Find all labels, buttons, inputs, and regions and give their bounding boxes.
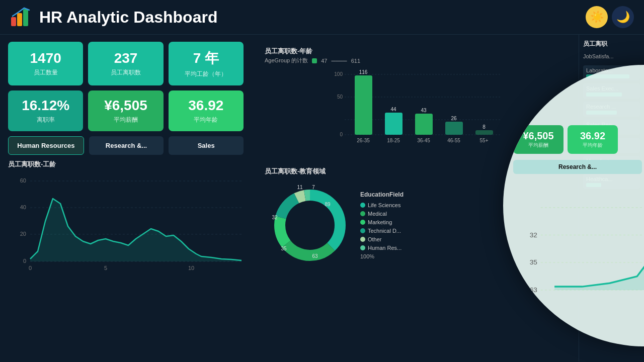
svg-text:55+: 55+	[480, 138, 489, 143]
kpi-avg-age-label: 平均年龄	[175, 116, 237, 124]
kpi-attrition-label: 员工离职数	[94, 68, 157, 77]
kpi-avg-tenure-label: 平均工龄（年）	[175, 70, 237, 78]
svg-text:26-35: 26-35	[357, 138, 370, 143]
main-content: 1470 员工数量 237 员工离职数 7 年 平均工龄（年） 16.12% 离…	[0, 35, 644, 361]
kpi-avg-salary-label: 平均薪酬	[94, 116, 157, 124]
app-logo	[10, 6, 32, 28]
donut-svg-wrap: 89 63 35 32 11 7	[265, 180, 355, 270]
header-actions: ☀️ 🌙	[586, 6, 634, 28]
moon-icon[interactable]: 🌙	[612, 6, 634, 28]
legend-dot-medical	[360, 211, 365, 216]
svg-rect-1	[17, 13, 22, 26]
far-right-title: 员工离职	[583, 40, 640, 48]
header: HR Analytic Dashboard ☀️ 🌙	[0, 0, 644, 35]
svg-text:60: 60	[20, 177, 26, 184]
svg-text:8: 8	[482, 124, 486, 130]
kpi-attrition-value: 237	[94, 50, 157, 66]
svg-text:89: 89	[325, 202, 331, 207]
legend-dot-other	[360, 237, 365, 242]
line-chart-title: 员工离职数-工龄	[8, 160, 244, 169]
dept-filter-row: Human Resources Research &... Sales	[8, 136, 244, 155]
svg-text:20: 20	[20, 231, 26, 237]
zoom-dept-btn-research[interactable]: Research &...	[513, 160, 642, 174]
legend-dot-hr	[360, 245, 365, 250]
svg-text:26: 26	[451, 116, 457, 121]
kpi-avg-salary-value: ¥6,505	[94, 98, 157, 114]
svg-text:11: 11	[297, 185, 303, 190]
zoom-line-svg: 32 35 63	[513, 180, 644, 331]
zoom-line-chart: 32 35 63	[513, 180, 644, 331]
donut-svg: 89 63 35 32 11 7	[265, 180, 355, 270]
kpi-avg-salary: ¥6,505 平均薪酬	[88, 90, 163, 131]
kpi-avg-age-value: 36.92	[175, 98, 237, 114]
svg-marker-56	[554, 228, 644, 290]
zoom-mid-kpi-age: 36.92 平均年龄	[568, 125, 618, 154]
dept-btn-hr[interactable]: Human Resources	[8, 136, 84, 155]
svg-text:5: 5	[104, 265, 107, 271]
svg-text:7: 7	[312, 185, 315, 190]
svg-text:32: 32	[272, 215, 278, 220]
svg-rect-0	[11, 17, 16, 26]
kpi-attrition-rate: 16.12% 离职率	[8, 90, 83, 131]
bar-chart-title: 员工离职数-年龄	[265, 47, 566, 56]
legend-dot-life-sciences	[360, 203, 365, 208]
svg-rect-25	[385, 113, 403, 135]
svg-text:100: 100	[334, 71, 343, 77]
right-section: 员工离职数-年龄 AgeGroup 的计数 47 ──── 611 100	[252, 35, 644, 361]
svg-text:35: 35	[530, 258, 538, 266]
kpi-employee-count: 1470 员工数量	[8, 42, 83, 85]
legend-label-hr: Human Res...	[368, 245, 401, 251]
bar-legend-dot	[312, 58, 317, 63]
svg-text:0: 0	[23, 258, 26, 264]
legend-label-other: Other	[368, 236, 382, 242]
zoom-mid-kpis: ¥6,505 平均薪酬 36.92 平均年龄	[513, 125, 644, 154]
kpi-attrition-count: 237 员工离职数	[88, 42, 163, 85]
far-right-subtitle: JobSatisfa...	[583, 53, 640, 59]
kpi-row-2: 16.12% 离职率 ¥6,505 平均薪酬 36.92 平均年龄	[8, 90, 244, 131]
legend-label-technical: Technical D...	[368, 228, 401, 234]
svg-text:32: 32	[530, 231, 537, 239]
zoom-dept-filter: Research &... Sales	[513, 160, 644, 174]
kpi-avg-tenure: 7 年 平均工龄（年）	[169, 42, 244, 85]
kpi-avg-tenure-value: 7 年	[175, 49, 237, 68]
kpi-attrition-rate-label: 离职率	[14, 116, 77, 124]
zoom-mid-kpi-salary-lbl: 平均薪酬	[520, 142, 556, 149]
svg-rect-22	[355, 75, 372, 135]
left-panel: 1470 员工数量 237 员工离职数 7 年 平均工龄（年） 16.12% 离…	[0, 35, 252, 361]
legend-label-medical: Medical	[368, 211, 387, 217]
kpi-employee-count-label: 员工数量	[14, 68, 77, 77]
svg-text:10: 10	[188, 265, 194, 271]
svg-text:0: 0	[29, 265, 32, 271]
kpi-avg-age: 36.92 平均年龄	[169, 90, 244, 131]
legend-label-life-sciences: Life Sciences	[368, 202, 400, 208]
svg-text:35: 35	[281, 246, 287, 251]
dept-btn-sales[interactable]: Sales	[169, 136, 244, 155]
svg-text:50: 50	[337, 94, 343, 100]
svg-rect-31	[445, 122, 463, 135]
legend-label-marketing: Marketing	[368, 219, 392, 225]
line-chart-svg: 60 40 20 0 0 5 10	[8, 171, 244, 272]
zoom-mid-kpi-age-lbl: 平均年龄	[575, 142, 611, 149]
svg-text:44: 44	[390, 107, 396, 112]
dept-btn-research[interactable]: Research &...	[89, 136, 164, 155]
svg-text:36-45: 36-45	[417, 138, 430, 143]
svg-rect-34	[475, 130, 493, 135]
legend-dot-marketing	[360, 220, 365, 225]
svg-text:0: 0	[340, 132, 343, 137]
kpi-attrition-rate-value: 16.12%	[14, 98, 77, 114]
svg-text:63: 63	[312, 253, 318, 259]
svg-rect-28	[415, 114, 433, 135]
tenure-line-chart: 员工离职数-工龄 60 40 20 0 0 5 10	[8, 160, 244, 354]
bar-chart-subtitle: AgeGroup 的计数 47 ──── 611	[265, 57, 566, 64]
kpi-row-1: 1470 员工数量 237 员工离职数 7 年 平均工龄（年）	[8, 42, 244, 85]
page-title: HR Analytic Dashboard	[39, 8, 217, 27]
kpi-employee-count-value: 1470	[14, 50, 77, 66]
svg-text:46-55: 46-55	[447, 138, 460, 143]
svg-text:63: 63	[530, 286, 537, 294]
svg-text:116: 116	[359, 69, 368, 75]
legend-dot-technical	[360, 228, 365, 233]
zoom-mid-kpi-age-val: 36.92	[575, 130, 611, 142]
svg-text:18-25: 18-25	[387, 138, 400, 143]
zoom-mid-kpi-salary-val: ¥6,505	[520, 130, 556, 142]
sun-icon[interactable]: ☀️	[586, 6, 608, 28]
